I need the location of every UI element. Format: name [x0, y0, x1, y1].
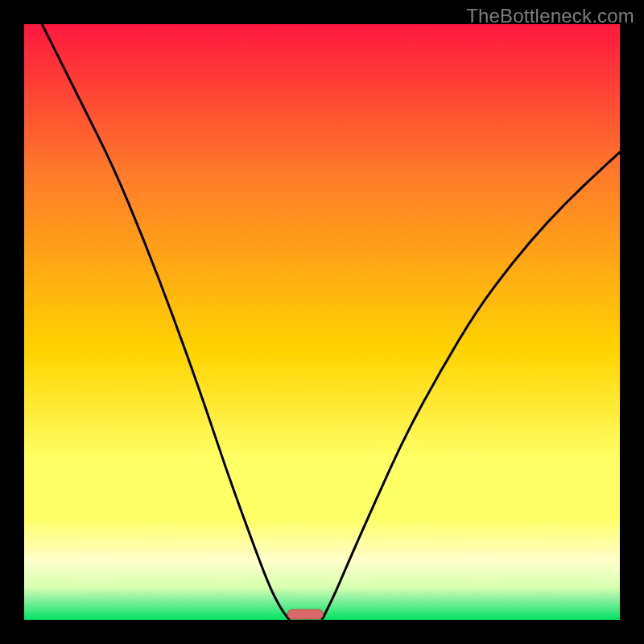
- gradient-background: [24, 24, 620, 620]
- optimal-marker: [287, 609, 323, 619]
- watermark-text: TheBottleneck.com: [466, 5, 634, 27]
- chart-plot-area: [24, 24, 620, 620]
- chart-frame: TheBottleneck.com: [0, 0, 644, 644]
- bottleneck-chart-svg: [24, 24, 620, 620]
